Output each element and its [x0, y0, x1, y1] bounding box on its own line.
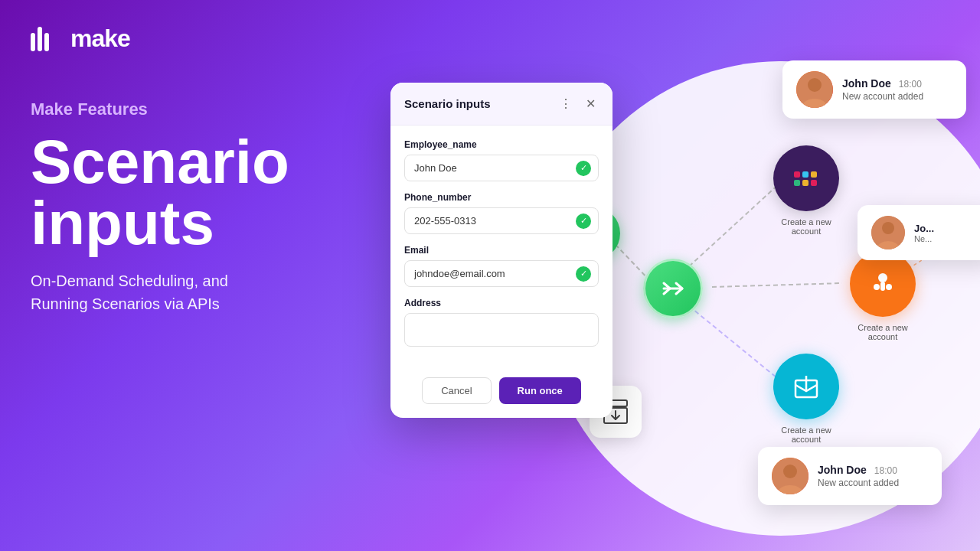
main-title: Scenario inputs [31, 132, 289, 254]
notif-time-top: 18:00 [899, 79, 922, 90]
svg-rect-0 [31, 33, 35, 51]
notif-time-bottom: 18:00 [874, 465, 897, 476]
modal-close-button[interactable]: ✕ [583, 95, 599, 112]
notif-info-top: John Doe 18:00 New account added [842, 77, 952, 102]
modal-header-actions: ⋮ ✕ [557, 95, 599, 112]
email-group: Email ✓ [404, 245, 599, 287]
slack-node [773, 145, 839, 211]
address-group: Address [404, 298, 599, 347]
svg-rect-1 [38, 27, 42, 51]
svg-point-18 [874, 284, 880, 290]
tagline: Make Features [31, 99, 289, 119]
svg-point-29 [783, 465, 797, 478]
modal-menu-button[interactable]: ⋮ [557, 95, 575, 112]
employee-name-group: Employee_name ✓ [404, 139, 599, 181]
logo: make [31, 24, 130, 53]
avatar-bottom [772, 458, 808, 494]
svg-rect-15 [880, 282, 885, 291]
left-content: Make Features Scenario inputs On-Demand … [31, 99, 289, 315]
logo-icon [31, 27, 64, 51]
box-node [773, 354, 839, 419]
scenario-inputs-modal: Scenario inputs ⋮ ✕ Employee_name ✓ Phon… [390, 83, 612, 418]
notif-name-partial: Jo... [914, 223, 980, 234]
employee-name-check: ✓ [576, 161, 591, 176]
email-wrap: ✓ [404, 260, 599, 287]
subtitle: On-Demand Scheduling, and Running Scenar… [31, 269, 289, 315]
phone-number-wrap: ✓ [404, 207, 599, 234]
email-check: ✓ [576, 266, 591, 282]
employee-name-label: Employee_name [404, 139, 599, 150]
notification-card-top: John Doe 18:00 New account added [782, 60, 966, 119]
email-input[interactable] [404, 260, 599, 287]
svg-rect-8 [794, 171, 800, 178]
modal-footer: Cancel Run once [390, 371, 612, 418]
notif-name-top: John Doe [842, 77, 891, 90]
address-wrap [404, 313, 599, 347]
phone-number-check: ✓ [576, 214, 591, 229]
svg-point-14 [878, 273, 887, 282]
notif-msg-partial: Ne... [914, 234, 980, 243]
router-node [643, 259, 703, 318]
svg-rect-13 [811, 180, 817, 186]
notif-info-bottom: John Doe 18:00 New account added [818, 464, 928, 488]
phone-number-group: Phone_number ✓ [404, 192, 599, 234]
phone-number-input[interactable] [404, 207, 599, 234]
modal-title: Scenario inputs [404, 97, 491, 110]
notif-msg-bottom: New account added [818, 478, 928, 488]
modal-body: Employee_name ✓ Phone_number ✓ Email ✓ A… [390, 126, 612, 371]
employee-name-input[interactable] [404, 155, 599, 181]
run-once-button[interactable]: Run once [499, 377, 581, 404]
notif-info-partial: Jo... Ne... [914, 223, 980, 243]
svg-point-16 [886, 284, 892, 290]
notification-card-bottom: John Doe 18:00 New account added [758, 447, 942, 505]
phone-number-label: Phone_number [404, 192, 599, 203]
address-label: Address [404, 298, 599, 308]
hubspot-node [850, 251, 916, 317]
svg-rect-11 [802, 180, 808, 186]
logo-text: make [70, 24, 130, 53]
notification-card-partial: Jo... Ne... [858, 205, 980, 260]
svg-rect-10 [794, 180, 800, 186]
svg-point-26 [808, 78, 822, 92]
svg-rect-12 [811, 171, 817, 178]
notif-msg-top: New account added [842, 91, 952, 102]
employee-name-wrap: ✓ [404, 155, 599, 181]
modal-header: Scenario inputs ⋮ ✕ [390, 83, 612, 126]
svg-rect-2 [44, 33, 49, 51]
notif-name-bottom: John Doe [818, 464, 867, 476]
email-label: Email [404, 245, 599, 256]
box-label: Create a new account [773, 425, 839, 444]
avatar-top [796, 71, 833, 108]
address-input[interactable] [404, 313, 599, 347]
avatar-partial [871, 216, 905, 249]
slack-label: Create a new account [773, 217, 839, 236]
hubspot-label: Create a new account [850, 323, 916, 341]
cancel-button[interactable]: Cancel [422, 377, 491, 404]
svg-point-32 [882, 222, 894, 234]
svg-rect-9 [802, 171, 808, 178]
